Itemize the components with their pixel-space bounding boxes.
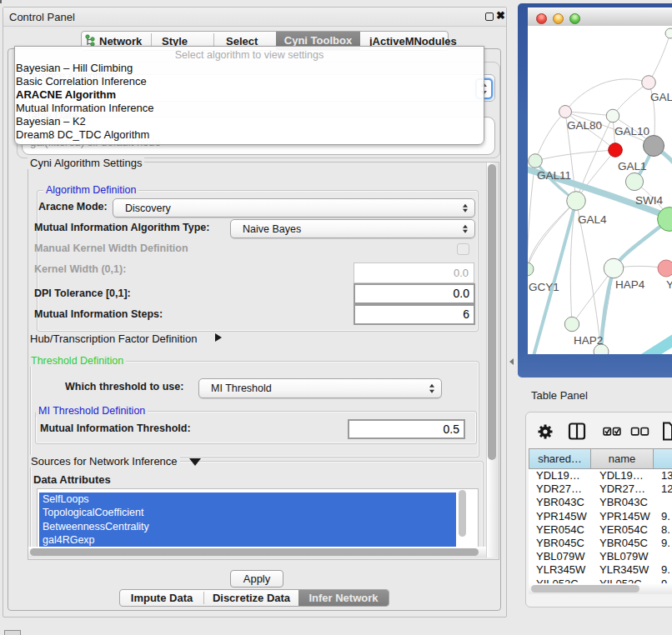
- svg-text:GAL10: GAL10: [614, 125, 649, 138]
- svg-text:GAL80: GAL80: [567, 119, 602, 132]
- svg-text:YJL: YJL: [666, 278, 672, 291]
- svg-text:HAP4: HAP4: [615, 278, 645, 291]
- svg-text:GAL4: GAL4: [578, 213, 607, 226]
- svg-text:HAP2: HAP2: [574, 334, 603, 347]
- svg-text:GCY1: GCY1: [529, 281, 559, 293]
- svg-text:SWI4: SWI4: [635, 194, 663, 207]
- svg-text:GAL1: GAL1: [618, 160, 647, 172]
- svg-text:GAL80: GAL80: [650, 91, 672, 103]
- svg-text:GAL11: GAL11: [537, 169, 571, 182]
